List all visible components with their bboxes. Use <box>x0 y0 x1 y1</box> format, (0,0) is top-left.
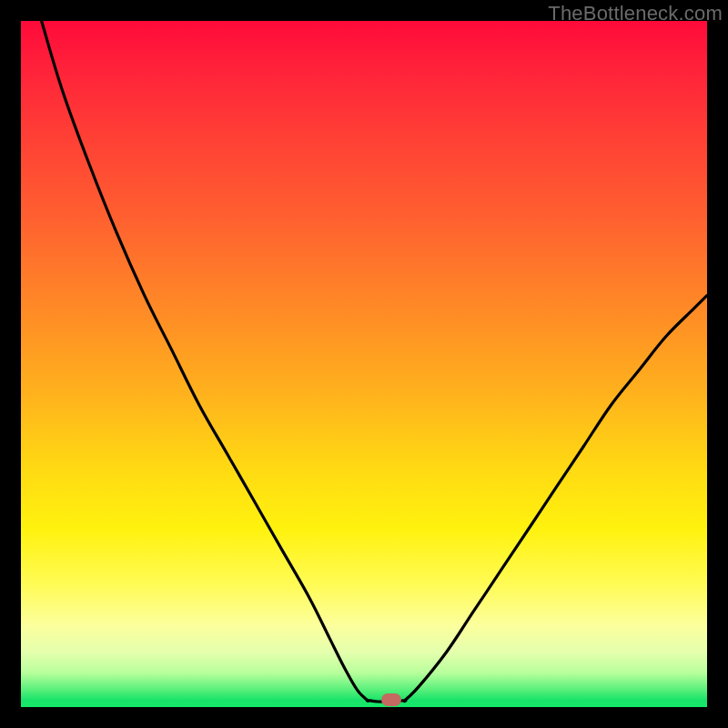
min-marker <box>381 693 401 706</box>
chart-frame: TheBottleneck.com <box>0 0 728 728</box>
bottleneck-curve <box>21 21 707 707</box>
plot-area <box>21 21 707 707</box>
